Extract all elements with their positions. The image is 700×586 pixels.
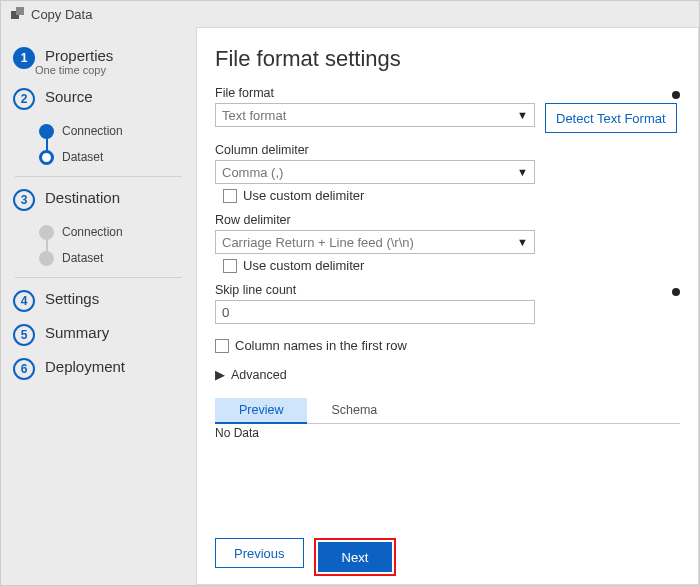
step-number-badge: 5 (13, 324, 35, 346)
advanced-toggle[interactable]: ▶ Advanced (215, 367, 680, 382)
copy-data-icon (11, 7, 25, 21)
window-title: Copy Data (31, 7, 92, 22)
substep-dataset[interactable]: Dataset (39, 144, 196, 170)
substep-label: Connection (62, 225, 123, 239)
step-source[interactable]: 2 Source (1, 82, 196, 116)
step-label: Destination (45, 189, 120, 206)
step-deployment[interactable]: 6 Deployment (1, 352, 196, 386)
step-number-badge: 2 (13, 88, 35, 110)
step-destination[interactable]: 3 Destination (1, 183, 196, 217)
step-subtitle: One time copy (35, 64, 113, 76)
substep-label: Dataset (62, 251, 103, 265)
use-custom-row-delimiter-label: Use custom delimiter (243, 258, 364, 273)
caret-right-icon: ▶ (215, 367, 225, 382)
tab-schema[interactable]: Schema (307, 398, 401, 423)
row-delimiter-label: Row delimiter (215, 213, 680, 227)
file-format-select[interactable]: Text format ▼ (215, 103, 535, 127)
substep-label: Connection (62, 124, 123, 138)
skip-line-count-label: Skip line count (215, 283, 296, 297)
tab-preview[interactable]: Preview (215, 398, 307, 424)
row-delimiter-value: Carriage Return + Line feed (\r\n) (222, 235, 414, 250)
source-substeps: Connection Dataset (39, 118, 196, 170)
substep-connection[interactable]: Connection (39, 219, 196, 245)
next-button[interactable]: Next (318, 542, 393, 572)
substep-dot-icon (39, 225, 54, 240)
caret-down-icon: ▼ (517, 236, 528, 248)
use-custom-col-delimiter-label: Use custom delimiter (243, 188, 364, 203)
file-format-label: File format (215, 86, 274, 100)
step-number-badge: 3 (13, 189, 35, 211)
main-panel: File format settings File format Text fo… (196, 27, 699, 585)
previous-button[interactable]: Previous (215, 538, 304, 568)
detect-text-format-button[interactable]: Detect Text Format (545, 103, 677, 133)
step-label: Settings (45, 290, 99, 307)
column-names-first-row-checkbox[interactable] (215, 339, 229, 353)
step-label: Deployment (45, 358, 125, 375)
result-tabs: Preview Schema (215, 398, 680, 424)
next-button-highlight: Next (314, 538, 397, 576)
use-custom-row-delimiter-checkbox[interactable] (223, 259, 237, 273)
row-delimiter-select[interactable]: Carriage Return + Line feed (\r\n) ▼ (215, 230, 535, 254)
caret-down-icon: ▼ (517, 166, 528, 178)
step-label: Source (45, 88, 93, 105)
substep-dot-icon (39, 124, 54, 139)
substep-dataset[interactable]: Dataset (39, 245, 196, 271)
footer-buttons: Previous Next (215, 526, 680, 576)
step-properties[interactable]: 1 Properties One time copy (1, 41, 196, 82)
body: 1 Properties One time copy 2 Source Conn… (1, 27, 699, 585)
column-delimiter-label: Column delimiter (215, 143, 680, 157)
advanced-label: Advanced (231, 368, 287, 382)
preview-empty-text: No Data (215, 424, 680, 442)
column-delimiter-select[interactable]: Comma (,) ▼ (215, 160, 535, 184)
substep-dot-icon (39, 251, 54, 266)
skip-line-count-input[interactable] (215, 300, 535, 324)
use-custom-col-delimiter-checkbox[interactable] (223, 189, 237, 203)
divider (15, 176, 182, 177)
divider (15, 277, 182, 278)
step-number-badge: 6 (13, 358, 35, 380)
step-summary[interactable]: 5 Summary (1, 318, 196, 352)
step-settings[interactable]: 4 Settings (1, 284, 196, 318)
caret-down-icon: ▼ (517, 109, 528, 121)
svg-rect-1 (16, 7, 24, 15)
info-icon[interactable] (672, 288, 680, 296)
app-frame: Copy Data 1 Properties One time copy 2 S… (0, 0, 700, 586)
column-delimiter-value: Comma (,) (222, 165, 283, 180)
step-label: Properties (45, 47, 113, 64)
column-names-first-row-label: Column names in the first row (235, 338, 407, 353)
info-icon[interactable] (672, 91, 680, 99)
substep-label: Dataset (62, 150, 103, 164)
step-number-badge: 1 (13, 47, 35, 69)
destination-substeps: Connection Dataset (39, 219, 196, 271)
substep-dot-icon (39, 150, 54, 165)
file-format-value: Text format (222, 108, 286, 123)
window-titlebar: Copy Data (1, 1, 699, 27)
wizard-sidebar: 1 Properties One time copy 2 Source Conn… (1, 27, 196, 585)
page-heading: File format settings (215, 46, 680, 72)
step-label: Summary (45, 324, 109, 341)
substep-connection[interactable]: Connection (39, 118, 196, 144)
step-number-badge: 4 (13, 290, 35, 312)
